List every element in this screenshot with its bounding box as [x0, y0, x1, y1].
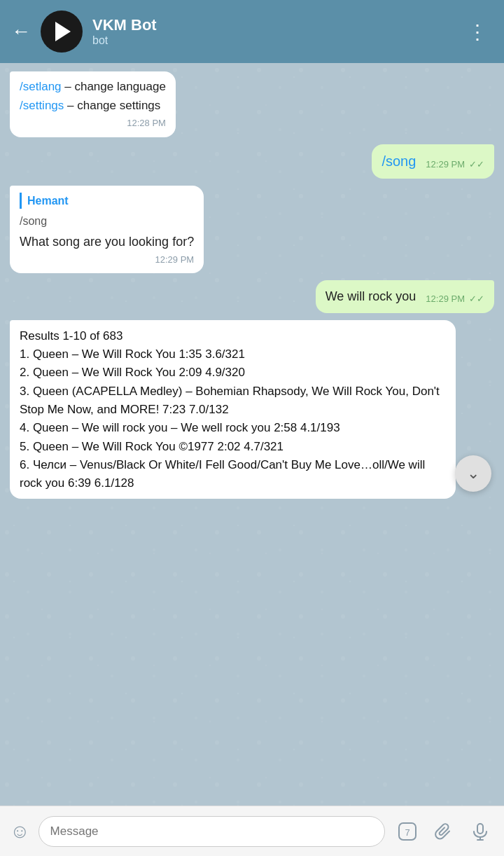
message-row: Results 1-10 of 683 1. Queen – We Will R…	[10, 320, 494, 499]
message-text: /settings – change settings	[20, 97, 166, 115]
message-time: 12:29 PM	[155, 254, 195, 267]
input-bar: ☺ 7	[0, 806, 504, 856]
user-message-bubble: We will rock you 12:29 PM ✓✓	[316, 280, 494, 312]
user-message-bubble: /song 12:29 PM ✓✓	[372, 144, 494, 179]
settings-desc: – change settings	[67, 99, 160, 112]
message-time: 12:28 PM	[127, 117, 166, 130]
back-button[interactable]: ←	[11, 20, 31, 43]
time-row: 12:28 PM	[20, 117, 166, 130]
chat-area: /setlang – change language /settings – c…	[0, 63, 504, 806]
bot-name: VKM Bot	[92, 16, 462, 34]
message-time: 12:29 PM	[426, 293, 465, 306]
read-ticks: ✓✓	[469, 158, 484, 172]
message-row: We will rock you 12:29 PM ✓✓	[10, 280, 494, 312]
message-content: /song 12:29 PM ✓✓	[382, 151, 484, 172]
setlang-link[interactable]: /setlang	[20, 80, 62, 93]
emoji-button[interactable]: ☺	[10, 820, 30, 843]
attach-icon	[434, 822, 454, 841]
avatar	[41, 11, 83, 53]
scroll-down-button[interactable]: ⌄	[455, 455, 491, 492]
setlang-desc: – change language	[64, 80, 166, 93]
attach-button[interactable]	[430, 817, 458, 845]
bot-sub: bot	[92, 34, 462, 47]
bot-message-bubble: /setlang – change language /settings – c…	[10, 71, 176, 137]
sticker-button[interactable]: 7	[393, 817, 421, 845]
reply-header: Hemant	[20, 193, 194, 209]
message-text: We will rock you	[326, 287, 416, 305]
sticker-icon: 7	[398, 822, 417, 841]
read-ticks: ✓✓	[469, 293, 484, 306]
message-content: We will rock you 12:29 PM ✓✓	[326, 287, 484, 305]
message-row: /setlang – change language /settings – c…	[10, 71, 494, 137]
message-row: Hemant /song What song are you looking f…	[10, 186, 494, 273]
svg-rect-2	[477, 824, 483, 834]
results-text: Results 1-10 of 683 1. Queen – We Will R…	[20, 327, 446, 493]
settings-link[interactable]: /settings	[20, 99, 64, 112]
svg-text:7: 7	[405, 827, 410, 838]
play-icon	[55, 22, 71, 41]
message-text: What song are you looking for?	[20, 233, 194, 251]
header: ← VKM Bot bot ⋮	[0, 0, 504, 63]
reply-cmd: /song	[20, 213, 194, 229]
message-input[interactable]	[38, 816, 385, 847]
chevron-down-icon: ⌄	[467, 466, 479, 481]
message-time: 12:29 PM	[426, 158, 465, 172]
more-options-button[interactable]: ⋮	[462, 18, 493, 46]
header-info: VKM Bot bot	[92, 16, 462, 47]
message-text: /song	[382, 151, 416, 172]
mic-button[interactable]	[466, 817, 494, 845]
bot-message-bubble: Hemant /song What song are you looking f…	[10, 186, 204, 273]
message-text: /setlang – change language	[20, 78, 166, 96]
time-row: 12:29 PM	[20, 254, 194, 267]
mic-icon	[470, 822, 490, 841]
message-row: /song 12:29 PM ✓✓	[10, 144, 494, 179]
results-bubble: Results 1-10 of 683 1. Queen – We Will R…	[10, 320, 456, 499]
